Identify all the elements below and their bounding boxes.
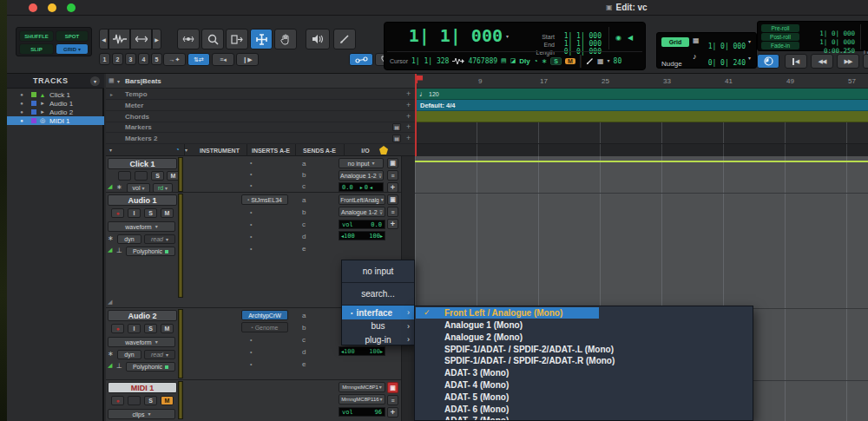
menu-item-search[interactable]: search...	[342, 283, 414, 305]
scrubber-tool-button[interactable]	[306, 29, 330, 49]
link-track-edit-button[interactable]: ≡◂	[212, 53, 234, 66]
record-arm-button[interactable]: ●	[111, 324, 124, 333]
add-row-button[interactable]: +	[387, 219, 398, 229]
elastic-audio-icon[interactable]: ∗	[542, 57, 548, 65]
nudge-value-caret[interactable]: ▾	[748, 56, 751, 61]
nudge-label[interactable]: Nudge	[661, 54, 682, 69]
comments-button[interactable]: ≡	[387, 207, 398, 217]
menu-item-no-input[interactable]: no input	[342, 260, 414, 282]
close-window-button[interactable]	[29, 3, 37, 12]
record-safe-playlist-button[interactable]: ▣	[387, 382, 398, 393]
send-slot-c[interactable]: c	[302, 220, 306, 228]
zoomer-tool-button[interactable]	[177, 29, 200, 49]
input-monitor-button[interactable]: I	[128, 324, 141, 333]
audio-1-track-lane[interactable]	[415, 193, 868, 308]
track-view-selector[interactable]: waveform▾	[108, 221, 175, 232]
show-track-dot[interactable]: ●	[17, 92, 26, 97]
bars-ruler-strip[interactable]: 9 17 25 33 41 49 57	[415, 74, 868, 89]
tab-to-transient-button[interactable]: →✦	[163, 53, 186, 66]
volume-display[interactable]: vol 0.0	[339, 220, 385, 229]
grid-value-caret[interactable]: ▾	[748, 39, 751, 44]
input-monitor-button[interactable]: I	[128, 208, 141, 218]
add-row-button[interactable]: +	[387, 407, 398, 418]
empty-insert-dot[interactable]: •	[250, 337, 252, 343]
markers-add-button[interactable]: +	[406, 122, 411, 131]
mute-button[interactable]: M	[161, 324, 174, 333]
send-slot-c[interactable]: c	[302, 182, 306, 190]
grabber-tool-button[interactable]	[274, 29, 297, 49]
input-selector[interactable]: FrontLeft/Analg▾	[339, 194, 385, 205]
timeline-compensation-icon[interactable]: ▤	[501, 57, 507, 64]
send-slot-b[interactable]: b	[302, 171, 306, 179]
markers2-list-icon[interactable]: ▤	[392, 135, 401, 142]
nudge-value[interactable]: 0| 0| 240	[702, 53, 746, 69]
pan-display[interactable]: ◂100 100▸	[339, 231, 385, 240]
chords-ruler-segment[interactable]	[415, 111, 868, 122]
input-selector[interactable]: MrnngstMC8P1▾	[339, 382, 385, 392]
grid-draw-icon[interactable]: ▦	[597, 57, 604, 65]
tracklist-item-audio-1[interactable]: ● ▸ Audio 1	[7, 99, 104, 108]
comments-button[interactable]: ≡	[387, 395, 398, 405]
empty-insert-dot[interactable]: •	[250, 209, 252, 215]
solo-button[interactable]: S	[144, 396, 157, 405]
submenu-item-analogue-2[interactable]: Analogue 2 (Mono)	[444, 332, 523, 342]
output-selector[interactable]: Analogue 1-2⊽	[339, 170, 384, 181]
add-row-button[interactable]: +	[387, 182, 398, 193]
minimize-window-button[interactable]	[48, 3, 56, 12]
elastic-audio-icon[interactable]: ∗	[116, 183, 122, 191]
freeze-corner-icon[interactable]: ◢	[108, 247, 112, 253]
mode-slip-button[interactable]: SLIP	[19, 43, 54, 55]
volume-pan-display[interactable]: 0.0 ▸ 0 ◂	[339, 182, 384, 192]
submenu-item-adat-6[interactable]: ADAT- 6 (Mono)	[444, 405, 509, 414]
elastic-audio-icon[interactable]: ∗	[108, 350, 114, 358]
timeline-insertion-icon[interactable]: ◉	[615, 34, 621, 42]
tracklist-item-audio-2[interactable]: ● ▸ Audio 2	[7, 108, 104, 116]
zoom-preset-2[interactable]: 2	[112, 53, 123, 65]
submenu-item-spdif-r[interactable]: SPDIF-1/ADAT- / SPDIF-2/ADAT-.R (Mono)	[444, 356, 615, 365]
smart-tool-link-button[interactable]	[349, 53, 373, 66]
track-name-plate[interactable]: Click 1	[108, 158, 177, 169]
insert-slot-b[interactable]: •Genome	[241, 322, 288, 332]
rewind-button[interactable]: ◀◀	[811, 54, 833, 69]
mute-button[interactable]: M	[161, 208, 174, 218]
return-to-zero-button[interactable]: ◀	[785, 54, 807, 69]
mode-grid-button[interactable]: GRID▾	[56, 43, 89, 55]
submenu-item-adat-7[interactable]: ADAT- 7 (Mono)	[444, 416, 509, 421]
meter-ruler-segment[interactable]: Default: 4/4	[415, 100, 868, 111]
submenu-item-adat-3[interactable]: ADAT- 3 (Mono)	[444, 368, 509, 378]
automation-mode-selector[interactable]: read▾	[144, 234, 175, 244]
chords-add-button[interactable]: +	[406, 112, 411, 121]
mute-button[interactable]: M	[161, 396, 174, 405]
grid-value[interactable]: 1| 0| 000	[702, 36, 746, 52]
submenu-item-adat-5[interactable]: ADAT- 5 (Mono)	[444, 392, 509, 402]
global-solo-badge[interactable]: S	[550, 57, 562, 65]
audition-speaker-icon[interactable]: ◀	[628, 34, 633, 42]
zoom-preset-1[interactable]: 1	[99, 53, 110, 65]
column-header-instrument[interactable]: INSTRUMENT	[193, 145, 247, 155]
genre-clock-icon[interactable]: ◔	[534, 57, 538, 65]
click-1-track-lane[interactable]	[415, 156, 868, 193]
main-counter-menu-caret[interactable]: ▾	[506, 34, 509, 39]
track-view-selector[interactable]: waveform▾	[108, 337, 175, 347]
solo-button[interactable]: S	[151, 171, 164, 181]
column-header-sends[interactable]: SENDS A-E	[295, 145, 344, 155]
link-timeline-edit-button[interactable]: ⇅⇄	[187, 53, 210, 66]
track-name-plate[interactable]: Audio 2	[108, 310, 177, 321]
dyn-plugin-selector[interactable]: dyn	[117, 350, 141, 359]
elastic-audio-icon[interactable]: ∗	[108, 234, 114, 242]
zoom-preset-5[interactable]: 5	[151, 53, 162, 65]
online-clock-button[interactable]	[757, 54, 779, 69]
dyn-plugin-selector[interactable]: dyn	[117, 234, 141, 244]
tempo-expand-caret[interactable]: ▸	[110, 92, 113, 97]
zoom-out-arrow-button[interactable]: ◀	[99, 29, 108, 49]
freeze-corner-icon[interactable]: ◢	[108, 362, 112, 369]
record-arm-button[interactable]: ●	[111, 208, 124, 218]
send-slot-c[interactable]: c	[302, 336, 306, 344]
track-resize-grip[interactable]: ◢	[108, 299, 112, 306]
mode-spot-button[interactable]: SPOT	[56, 30, 89, 42]
column-header-inserts[interactable]: INSERTS A-E	[247, 145, 295, 155]
clip-margin-icon[interactable]: ◪	[510, 57, 516, 64]
timebase-clock-icon[interactable]: ◔	[175, 146, 180, 154]
zoom-horizontal-button[interactable]	[130, 29, 152, 49]
chevron-down-icon[interactable]: ▾	[608, 58, 610, 63]
